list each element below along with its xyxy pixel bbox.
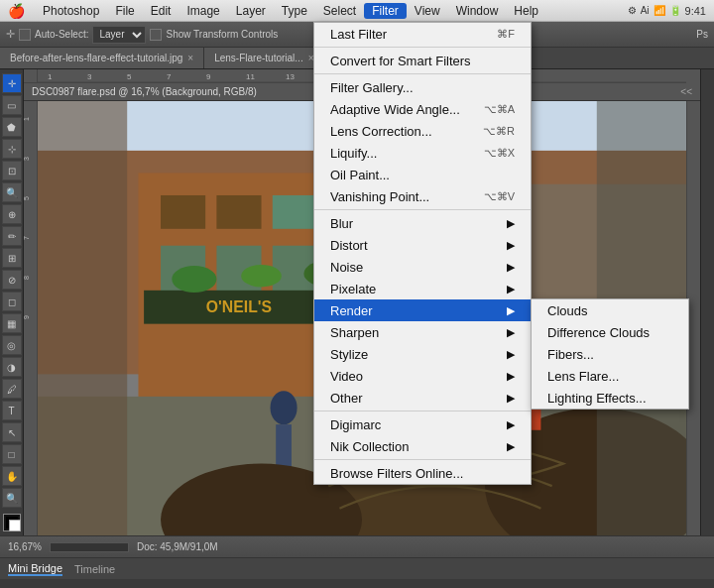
filter-video[interactable]: Video ▶ <box>314 365 531 387</box>
menu-image[interactable]: Image <box>178 3 227 19</box>
filter-render[interactable]: Render ▶ Clouds Difference Clouds Fibers… <box>314 299 531 321</box>
doc-size: Doc: 45,9M/91,0M <box>137 541 218 552</box>
filter-blur[interactable]: Blur ▶ <box>314 212 531 234</box>
menu-layer[interactable]: Layer <box>228 3 274 19</box>
menu-photoshop[interactable]: Photoshop <box>35 3 107 19</box>
menu-view[interactable]: View <box>407 3 448 19</box>
foreground-color[interactable] <box>3 514 21 531</box>
menu-file[interactable]: File <box>107 3 142 19</box>
tool-history[interactable]: ⊘ <box>2 270 22 290</box>
auto-select-dropdown[interactable]: Layer Group <box>92 26 146 44</box>
zoom-level: 16,67% <box>8 541 42 552</box>
ai-icon: Ai <box>641 5 650 16</box>
filter-vanishing-point[interactable]: Vanishing Point... ⌥⌘V <box>314 185 531 207</box>
tab-close-1[interactable]: × <box>187 53 193 63</box>
filter-adaptive-wide[interactable]: Adaptive Wide Angle... ⌥⌘A <box>314 98 531 120</box>
tool-magic-wand[interactable]: ⊹ <box>2 139 22 159</box>
tool-blur[interactable]: ◎ <box>2 335 22 355</box>
filter-sep-5 <box>314 459 531 460</box>
filter-browse-online[interactable]: Browse Filters Online... <box>314 462 531 484</box>
wifi-icon: 📶 <box>654 5 665 16</box>
render-submenu: Clouds Difference Clouds Fibers... Lens … <box>531 298 689 410</box>
render-arrow: ▶ <box>507 304 515 317</box>
svg-rect-19 <box>273 195 317 229</box>
sharpen-arrow: ▶ <box>507 326 515 339</box>
svg-rect-17 <box>161 195 205 229</box>
stylize-arrow: ▶ <box>507 348 515 361</box>
svg-text:3: 3 <box>87 72 92 81</box>
filter-convert-smart[interactable]: Convert for Smart Filters <box>314 50 531 71</box>
scroll-arrows[interactable]: << <box>680 86 692 97</box>
digimarc-arrow: ▶ <box>507 418 515 431</box>
ruler-corner <box>24 69 38 83</box>
menu-filter[interactable]: Filter <box>364 3 407 19</box>
tool-path-select[interactable]: ↖ <box>2 422 22 442</box>
filter-last-filter[interactable]: Last Filter ⌘F <box>314 23 531 45</box>
svg-rect-31 <box>276 424 292 469</box>
filter-gallery[interactable]: Filter Gallery... <box>314 76 531 98</box>
tool-pen[interactable]: 🖊 <box>2 379 22 399</box>
tool-text[interactable]: T <box>2 401 22 420</box>
tab-lens-flare[interactable]: Lens-Flare-tutorial... × <box>204 48 324 68</box>
svg-text:9: 9 <box>24 315 30 319</box>
menu-window[interactable]: Window <box>448 3 507 19</box>
svg-rect-37 <box>38 101 127 535</box>
svg-text:3: 3 <box>24 157 30 161</box>
tool-lasso[interactable]: ⬟ <box>2 117 22 137</box>
filter-liquify[interactable]: Liquify... ⌥⌘X <box>314 142 531 164</box>
menu-help[interactable]: Help <box>506 3 546 19</box>
render-lens-flare[interactable]: Lens Flare... <box>532 365 688 387</box>
tool-heal[interactable]: ⊕ <box>2 204 22 224</box>
tool-dodge[interactable]: ◑ <box>2 357 22 377</box>
tool-eraser[interactable]: ◻ <box>2 292 22 311</box>
right-panel <box>700 69 714 535</box>
filter-stylize[interactable]: Stylize ▶ <box>314 343 531 365</box>
svg-text:1: 1 <box>48 72 53 81</box>
filter-sep-1 <box>314 47 531 48</box>
other-arrow: ▶ <box>507 392 515 405</box>
menu-type[interactable]: Type <box>274 3 315 19</box>
svg-text:5: 5 <box>127 72 132 81</box>
tool-brush[interactable]: ✏ <box>2 226 22 246</box>
tool-gradient[interactable]: ▦ <box>2 313 22 333</box>
tool-eyedropper[interactable]: 🔍 <box>2 182 22 202</box>
render-difference-clouds[interactable]: Difference Clouds <box>532 321 688 343</box>
svg-text:O'NEIL'S: O'NEIL'S <box>206 298 272 315</box>
mini-bridge-bar: Mini Bridge Timeline <box>0 557 714 579</box>
render-fibers[interactable]: Fibers... <box>532 343 688 365</box>
filter-pixelate[interactable]: Pixelate ▶ <box>314 278 531 299</box>
filter-digimarc[interactable]: Digimarc ▶ <box>314 413 531 435</box>
filter-nik-collection[interactable]: Nik Collection ▶ <box>314 435 531 457</box>
auto-select-checkbox[interactable] <box>19 29 31 41</box>
filter-distort[interactable]: Distort ▶ <box>314 234 531 256</box>
filter-other[interactable]: Other ▶ <box>314 387 531 409</box>
time-display: 9:41 <box>685 5 706 17</box>
move-tool-icon: ✛ <box>6 28 15 41</box>
apple-menu[interactable]: 🍎 <box>8 3 25 19</box>
tool-shape[interactable]: □ <box>2 444 22 464</box>
filter-sep-4 <box>314 411 531 412</box>
progress-bar <box>50 542 129 552</box>
render-clouds[interactable]: Clouds <box>532 299 688 321</box>
noise-arrow: ▶ <box>507 261 515 274</box>
tool-zoom[interactable]: 🔍 <box>2 488 22 508</box>
tool-select-rect[interactable]: ▭ <box>2 95 22 115</box>
menu-select[interactable]: Select <box>315 3 364 19</box>
filter-sharpen[interactable]: Sharpen ▶ <box>314 321 531 343</box>
mini-bridge-tab[interactable]: Mini Bridge <box>8 562 62 576</box>
timeline-tab[interactable]: Timeline <box>74 563 115 575</box>
show-transform-checkbox[interactable] <box>150 29 162 41</box>
tab-before-after[interactable]: Before-after-lens-flare-effect-tutorial.… <box>0 48 204 68</box>
render-lighting-effects[interactable]: Lighting Effects... <box>532 387 688 409</box>
tool-clone[interactable]: ⊞ <box>2 248 22 268</box>
tool-crop[interactable]: ⊡ <box>2 161 22 180</box>
tool-move[interactable]: ✛ <box>2 73 22 93</box>
svg-rect-18 <box>216 195 261 229</box>
filter-noise[interactable]: Noise ▶ <box>314 256 531 278</box>
menu-edit[interactable]: Edit <box>143 3 179 19</box>
tool-hand[interactable]: ✋ <box>2 466 22 486</box>
svg-point-30 <box>271 391 298 424</box>
video-arrow: ▶ <box>507 370 515 383</box>
filter-lens-correction[interactable]: Lens Correction... ⌥⌘R <box>314 120 531 142</box>
filter-oil-paint[interactable]: Oil Paint... <box>314 164 531 185</box>
